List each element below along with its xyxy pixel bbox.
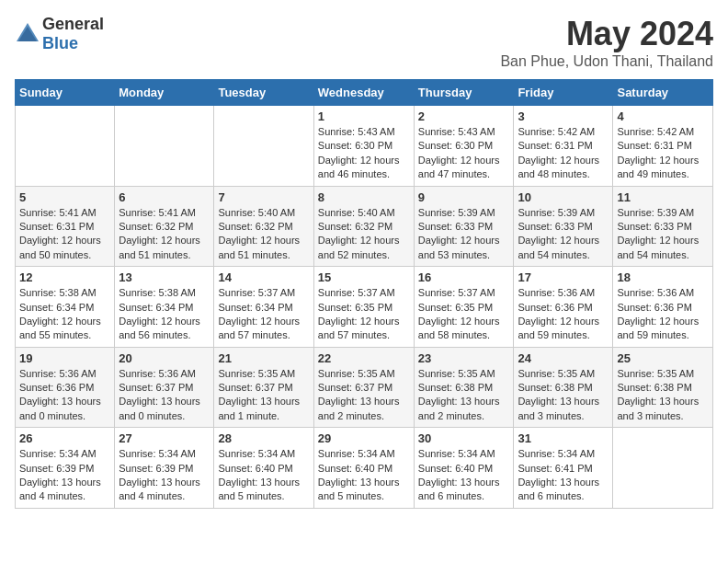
day-number: 7 bbox=[218, 190, 309, 204]
cell-content: Sunrise: 5:34 AM Sunset: 6:39 PM Dayligh… bbox=[119, 447, 210, 504]
calendar-cell: 22Sunrise: 5:35 AM Sunset: 6:37 PM Dayli… bbox=[313, 347, 414, 428]
cell-content: Sunrise: 5:40 AM Sunset: 6:32 PM Dayligh… bbox=[318, 206, 410, 263]
calendar-cell: 15Sunrise: 5:37 AM Sunset: 6:35 PM Dayli… bbox=[313, 267, 414, 348]
calendar-cell: 31Sunrise: 5:34 AM Sunset: 6:41 PM Dayli… bbox=[514, 428, 613, 509]
calendar-cell bbox=[16, 106, 115, 187]
cell-content: Sunrise: 5:38 AM Sunset: 6:34 PM Dayligh… bbox=[19, 286, 110, 343]
calendar-cell: 7Sunrise: 5:40 AM Sunset: 6:32 PM Daylig… bbox=[214, 186, 313, 267]
day-number: 5 bbox=[19, 190, 110, 204]
day-number: 23 bbox=[418, 351, 510, 365]
cell-content: Sunrise: 5:34 AM Sunset: 6:40 PM Dayligh… bbox=[418, 447, 510, 504]
cell-content: Sunrise: 5:39 AM Sunset: 6:33 PM Dayligh… bbox=[418, 206, 510, 263]
day-number: 21 bbox=[218, 351, 309, 365]
calendar-cell: 26Sunrise: 5:34 AM Sunset: 6:39 PM Dayli… bbox=[16, 428, 115, 509]
calendar-cell: 17Sunrise: 5:36 AM Sunset: 6:36 PM Dayli… bbox=[514, 267, 613, 348]
cell-content: Sunrise: 5:34 AM Sunset: 6:41 PM Dayligh… bbox=[518, 447, 609, 504]
cell-content: Sunrise: 5:36 AM Sunset: 6:36 PM Dayligh… bbox=[19, 367, 110, 424]
day-number: 15 bbox=[318, 270, 410, 284]
weekday-header: Wednesday bbox=[313, 80, 414, 106]
cell-content: Sunrise: 5:39 AM Sunset: 6:33 PM Dayligh… bbox=[617, 206, 709, 263]
day-number: 26 bbox=[19, 431, 110, 445]
cell-content: Sunrise: 5:42 AM Sunset: 6:31 PM Dayligh… bbox=[617, 125, 709, 182]
cell-content: Sunrise: 5:36 AM Sunset: 6:37 PM Dayligh… bbox=[119, 367, 210, 424]
logo-icon bbox=[15, 21, 40, 47]
calendar-cell: 25Sunrise: 5:35 AM Sunset: 6:38 PM Dayli… bbox=[613, 347, 713, 428]
cell-content: Sunrise: 5:43 AM Sunset: 6:30 PM Dayligh… bbox=[318, 125, 410, 182]
cell-content: Sunrise: 5:37 AM Sunset: 6:34 PM Dayligh… bbox=[218, 286, 309, 343]
calendar-cell: 3Sunrise: 5:42 AM Sunset: 6:31 PM Daylig… bbox=[514, 106, 613, 187]
calendar-cell: 6Sunrise: 5:41 AM Sunset: 6:32 PM Daylig… bbox=[115, 186, 214, 267]
calendar-cell bbox=[613, 428, 713, 509]
page-header: General Blue May 2024 Ban Phue, Udon Tha… bbox=[15, 15, 713, 70]
day-number: 29 bbox=[318, 431, 410, 445]
weekday-header: Tuesday bbox=[214, 80, 313, 106]
weekday-header: Monday bbox=[115, 80, 214, 106]
calendar-cell: 5Sunrise: 5:41 AM Sunset: 6:31 PM Daylig… bbox=[16, 186, 115, 267]
day-number: 30 bbox=[418, 431, 510, 445]
calendar-cell: 1Sunrise: 5:43 AM Sunset: 6:30 PM Daylig… bbox=[313, 106, 414, 187]
cell-content: Sunrise: 5:36 AM Sunset: 6:36 PM Dayligh… bbox=[518, 286, 609, 343]
calendar-week-row: 26Sunrise: 5:34 AM Sunset: 6:39 PM Dayli… bbox=[16, 428, 713, 509]
calendar-cell: 21Sunrise: 5:35 AM Sunset: 6:37 PM Dayli… bbox=[214, 347, 313, 428]
calendar-cell: 30Sunrise: 5:34 AM Sunset: 6:40 PM Dayli… bbox=[414, 428, 514, 509]
day-number: 11 bbox=[617, 190, 709, 204]
calendar-cell: 24Sunrise: 5:35 AM Sunset: 6:38 PM Dayli… bbox=[514, 347, 613, 428]
day-number: 24 bbox=[518, 351, 609, 365]
day-number: 6 bbox=[119, 190, 210, 204]
weekday-header: Sunday bbox=[16, 80, 115, 106]
logo: General Blue bbox=[15, 15, 104, 53]
calendar-week-row: 12Sunrise: 5:38 AM Sunset: 6:34 PM Dayli… bbox=[16, 267, 713, 348]
cell-content: Sunrise: 5:36 AM Sunset: 6:36 PM Dayligh… bbox=[617, 286, 709, 343]
calendar-week-row: 5Sunrise: 5:41 AM Sunset: 6:31 PM Daylig… bbox=[16, 186, 713, 267]
calendar-cell bbox=[115, 106, 214, 187]
calendar-cell: 14Sunrise: 5:37 AM Sunset: 6:34 PM Dayli… bbox=[214, 267, 313, 348]
cell-content: Sunrise: 5:38 AM Sunset: 6:34 PM Dayligh… bbox=[119, 286, 210, 343]
day-number: 4 bbox=[617, 109, 709, 123]
weekday-header: Saturday bbox=[613, 80, 713, 106]
calendar-cell: 19Sunrise: 5:36 AM Sunset: 6:36 PM Dayli… bbox=[16, 347, 115, 428]
cell-content: Sunrise: 5:35 AM Sunset: 6:38 PM Dayligh… bbox=[518, 367, 609, 424]
day-number: 28 bbox=[218, 431, 309, 445]
calendar-cell: 2Sunrise: 5:43 AM Sunset: 6:30 PM Daylig… bbox=[414, 106, 514, 187]
location-title: Ban Phue, Udon Thani, Thailand bbox=[500, 53, 713, 70]
cell-content: Sunrise: 5:35 AM Sunset: 6:37 PM Dayligh… bbox=[318, 367, 410, 424]
calendar-cell: 4Sunrise: 5:42 AM Sunset: 6:31 PM Daylig… bbox=[613, 106, 713, 187]
calendar-week-row: 1Sunrise: 5:43 AM Sunset: 6:30 PM Daylig… bbox=[16, 106, 713, 187]
calendar-cell: 13Sunrise: 5:38 AM Sunset: 6:34 PM Dayli… bbox=[115, 267, 214, 348]
cell-content: Sunrise: 5:37 AM Sunset: 6:35 PM Dayligh… bbox=[418, 286, 510, 343]
cell-content: Sunrise: 5:34 AM Sunset: 6:40 PM Dayligh… bbox=[318, 447, 410, 504]
logo-general-text: General bbox=[42, 15, 104, 33]
calendar-cell: 9Sunrise: 5:39 AM Sunset: 6:33 PM Daylig… bbox=[414, 186, 514, 267]
day-number: 9 bbox=[418, 190, 510, 204]
day-number: 8 bbox=[318, 190, 410, 204]
calendar-cell: 28Sunrise: 5:34 AM Sunset: 6:40 PM Dayli… bbox=[214, 428, 313, 509]
day-number: 16 bbox=[418, 270, 510, 284]
day-number: 25 bbox=[617, 351, 709, 365]
cell-content: Sunrise: 5:42 AM Sunset: 6:31 PM Dayligh… bbox=[518, 125, 609, 182]
cell-content: Sunrise: 5:34 AM Sunset: 6:40 PM Dayligh… bbox=[218, 447, 309, 504]
day-number: 18 bbox=[617, 270, 709, 284]
cell-content: Sunrise: 5:41 AM Sunset: 6:31 PM Dayligh… bbox=[19, 206, 110, 263]
day-number: 2 bbox=[418, 109, 510, 123]
day-number: 19 bbox=[19, 351, 110, 365]
day-number: 12 bbox=[19, 270, 110, 284]
day-number: 13 bbox=[119, 270, 210, 284]
calendar-cell: 27Sunrise: 5:34 AM Sunset: 6:39 PM Dayli… bbox=[115, 428, 214, 509]
day-number: 31 bbox=[518, 431, 609, 445]
cell-content: Sunrise: 5:41 AM Sunset: 6:32 PM Dayligh… bbox=[119, 206, 210, 263]
weekday-header: Friday bbox=[514, 80, 613, 106]
cell-content: Sunrise: 5:35 AM Sunset: 6:38 PM Dayligh… bbox=[617, 367, 709, 424]
calendar-cell: 20Sunrise: 5:36 AM Sunset: 6:37 PM Dayli… bbox=[115, 347, 214, 428]
cell-content: Sunrise: 5:35 AM Sunset: 6:37 PM Dayligh… bbox=[218, 367, 309, 424]
calendar-cell bbox=[214, 106, 313, 187]
calendar-table: SundayMondayTuesdayWednesdayThursdayFrid… bbox=[15, 79, 713, 509]
calendar-week-row: 19Sunrise: 5:36 AM Sunset: 6:36 PM Dayli… bbox=[16, 347, 713, 428]
title-block: May 2024 Ban Phue, Udon Thani, Thailand bbox=[500, 15, 713, 70]
day-number: 17 bbox=[518, 270, 609, 284]
calendar-cell: 12Sunrise: 5:38 AM Sunset: 6:34 PM Dayli… bbox=[16, 267, 115, 348]
day-number: 20 bbox=[119, 351, 210, 365]
day-number: 14 bbox=[218, 270, 309, 284]
calendar-cell: 10Sunrise: 5:39 AM Sunset: 6:33 PM Dayli… bbox=[514, 186, 613, 267]
cell-content: Sunrise: 5:43 AM Sunset: 6:30 PM Dayligh… bbox=[418, 125, 510, 182]
cell-content: Sunrise: 5:39 AM Sunset: 6:33 PM Dayligh… bbox=[518, 206, 609, 263]
